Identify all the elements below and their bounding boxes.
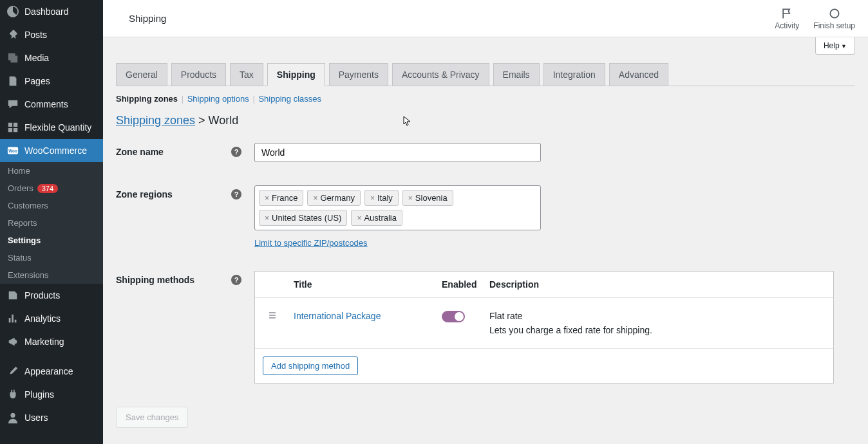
shipping-subtabs: Shipping zones | Shipping options | Ship…	[116, 86, 855, 111]
tab-products[interactable]: Products	[171, 63, 226, 86]
help-dropdown[interactable]: Help	[815, 37, 855, 55]
zone-name-row: Zone name ?	[116, 143, 855, 162]
sidebar-item-appearance[interactable]: Appearance	[0, 360, 103, 383]
header-title: Title	[294, 279, 442, 290]
sidebar-item-label: Pages	[24, 76, 50, 86]
brush-icon	[6, 365, 19, 378]
sidebar-item-posts[interactable]: Posts	[0, 23, 103, 46]
media-icon	[6, 51, 19, 64]
help-icon[interactable]: ?	[231, 275, 241, 285]
sidebar-item-label: WooCommerce	[24, 145, 87, 156]
circle-icon	[828, 7, 841, 20]
region-tag: ×Germany	[307, 190, 360, 206]
sidebar-sub-home[interactable]: Home	[0, 162, 103, 180]
breadcrumb-current: World	[209, 114, 239, 127]
region-tag: ×United States (US)	[259, 210, 347, 226]
remove-tag-icon[interactable]: ×	[265, 214, 269, 223]
tab-general[interactable]: General	[116, 63, 167, 86]
table-row: International Package Flat rate Lets you…	[255, 297, 833, 348]
tab-emails[interactable]: Emails	[493, 63, 540, 86]
tab-payments[interactable]: Payments	[329, 63, 388, 86]
subtab-options[interactable]: Shipping options	[187, 94, 249, 104]
sidebar-sub-extensions[interactable]: Extensions	[0, 266, 103, 284]
sidebar-item-comments[interactable]: Comments	[0, 93, 103, 116]
grid-icon	[6, 121, 19, 134]
sidebar-item-pages[interactable]: Pages	[0, 69, 103, 93]
header-description: Description	[489, 279, 820, 290]
sidebar-sub-customers[interactable]: Customers	[0, 197, 103, 214]
main-content: Shipping Activity Finish setup Help Gene…	[103, 0, 868, 444]
subtab-zones[interactable]: Shipping zones	[116, 94, 178, 104]
page-header: Shipping Activity Finish setup	[103, 0, 868, 37]
finish-setup-button[interactable]: Finish setup	[813, 7, 855, 30]
admin-sidebar: Dashboard Posts Media Pages Comments Fle…	[0, 0, 103, 444]
svg-text:Woo: Woo	[8, 149, 17, 153]
table-footer: Add shipping method	[255, 348, 833, 383]
help-icon[interactable]: ?	[231, 147, 241, 157]
header-enabled: Enabled	[442, 279, 489, 290]
sidebar-item-label: Plugins	[24, 389, 54, 400]
sidebar-item-woocommerce[interactable]: Woo WooCommerce	[0, 139, 103, 162]
remove-tag-icon[interactable]: ×	[370, 194, 375, 203]
sidebar-item-products[interactable]: Products	[0, 284, 103, 307]
method-desc-title: Flat rate	[489, 311, 820, 321]
sidebar-sub-settings[interactable]: Settings	[0, 232, 103, 249]
content-area: General Products Tax Shipping Payments A…	[103, 37, 868, 441]
tab-tax[interactable]: Tax	[230, 63, 263, 86]
activity-button[interactable]: Activity	[775, 7, 799, 30]
megaphone-icon	[6, 335, 19, 348]
zone-regions-row: Zone regions ? ×France ×Germany ×Italy ×…	[116, 185, 855, 248]
sidebar-sub-reports[interactable]: Reports	[0, 214, 103, 232]
sidebar-item-users[interactable]: Users	[0, 406, 103, 429]
header-actions: Activity Finish setup	[775, 7, 855, 30]
remove-tag-icon[interactable]: ×	[265, 194, 269, 203]
zone-name-label: Zone name ?	[116, 143, 254, 162]
sidebar-item-label: Media	[24, 53, 49, 63]
sidebar-item-label: Appearance	[24, 366, 73, 376]
tab-shipping[interactable]: Shipping	[267, 63, 325, 86]
region-tag: ×Italy	[364, 190, 399, 206]
tab-accounts[interactable]: Accounts & Privacy	[392, 63, 489, 86]
remove-tag-icon[interactable]: ×	[408, 194, 413, 203]
settings-tabs: General Products Tax Shipping Payments A…	[116, 63, 855, 86]
dashboard-icon	[6, 5, 19, 18]
region-tag: ×France	[259, 190, 303, 206]
sidebar-item-media[interactable]: Media	[0, 46, 103, 69]
sidebar-submenu: Home Orders374 Customers Reports Setting…	[0, 162, 103, 284]
user-icon	[6, 411, 19, 424]
flag-icon	[780, 7, 793, 20]
sidebar-item-dashboard[interactable]: Dashboard	[0, 0, 103, 23]
sidebar-item-label: Marketing	[24, 337, 64, 347]
sidebar-sub-orders[interactable]: Orders374	[0, 180, 103, 197]
zone-regions-input[interactable]: ×France ×Germany ×Italy ×Slovenia ×Unite…	[254, 185, 541, 230]
remove-tag-icon[interactable]: ×	[357, 214, 361, 223]
pin-icon	[6, 28, 19, 41]
breadcrumb-root[interactable]: Shipping zones	[116, 114, 195, 127]
method-desc-text: Lets you charge a fixed rate for shippin…	[489, 325, 820, 335]
comment-icon	[6, 98, 19, 111]
tab-integration[interactable]: Integration	[543, 63, 605, 86]
orders-badge: 374	[37, 184, 58, 193]
help-icon[interactable]: ?	[231, 189, 241, 199]
limit-zip-link[interactable]: Limit to specific ZIP/postcodes	[254, 238, 368, 248]
save-changes-button[interactable]: Save changes	[116, 407, 188, 428]
svg-point-2	[10, 413, 15, 418]
sidebar-item-marketing[interactable]: Marketing	[0, 330, 103, 353]
add-shipping-method-button[interactable]: Add shipping method	[263, 356, 358, 375]
method-title-link[interactable]: International Package	[294, 311, 381, 321]
subtab-classes[interactable]: Shipping classes	[258, 94, 321, 104]
zone-regions-label: Zone regions ?	[116, 185, 254, 248]
tab-advanced[interactable]: Advanced	[609, 63, 668, 86]
plug-icon	[6, 388, 19, 401]
products-icon	[6, 289, 19, 302]
zone-name-input[interactable]	[254, 143, 541, 162]
sidebar-sub-status[interactable]: Status	[0, 249, 103, 266]
enabled-toggle[interactable]	[442, 311, 465, 322]
drag-handle[interactable]	[268, 311, 294, 320]
sidebar-item-analytics[interactable]: Analytics	[0, 307, 103, 330]
sidebar-item-plugins[interactable]: Plugins	[0, 383, 103, 406]
breadcrumb: Shipping zones > World	[116, 114, 855, 127]
shipping-methods-row: Shipping methods ? Title Enabled Descrip…	[116, 271, 855, 384]
remove-tag-icon[interactable]: ×	[313, 194, 317, 203]
sidebar-item-flexible-quantity[interactable]: Flexible Quantity	[0, 116, 103, 139]
